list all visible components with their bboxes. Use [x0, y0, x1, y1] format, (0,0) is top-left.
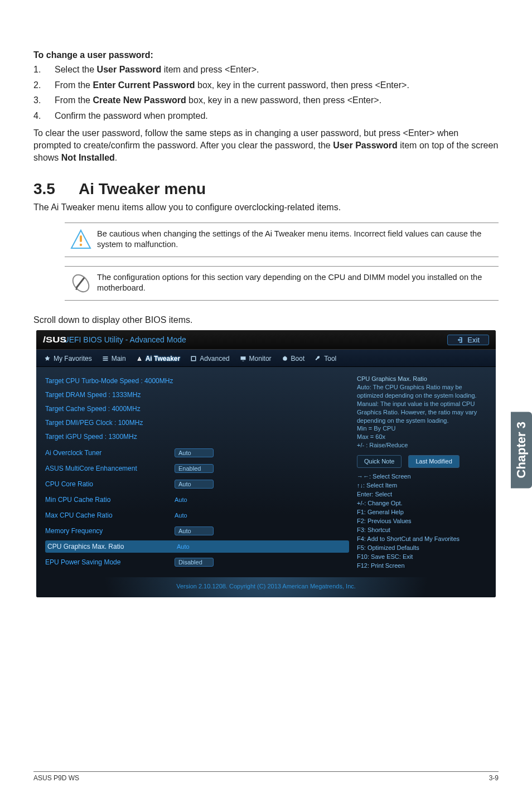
steps-list: 1.Select the User Password item and pres… — [33, 64, 499, 122]
hotkey-line: F1: General Help — [357, 508, 489, 516]
tab-my-favorites[interactable]: My Favorites — [43, 353, 93, 364]
help-title: CPU Graphics Max. Ratio — [357, 375, 489, 383]
step-number: 2. — [33, 79, 55, 91]
footer-left: ASUS P9D WS — [33, 774, 79, 782]
setting-row[interactable]: Min CPU Cache RatioAuto — [45, 494, 349, 506]
tab-label: Ai Tweaker — [146, 355, 180, 363]
setting-value[interactable]: Auto — [175, 496, 187, 503]
setting-label: Ai Overclock Tuner — [45, 449, 175, 457]
svg-rect-4 — [284, 356, 286, 359]
exit-button[interactable]: Exit — [447, 335, 489, 345]
hotkey-line: Enter: Select — [357, 490, 489, 499]
tab-label: Boot — [291, 355, 305, 363]
setting-value[interactable]: Auto — [175, 512, 187, 519]
step-text: From the Enter Current Password box, key… — [55, 79, 499, 91]
target-line: Target Cache Speed : 4000MHz — [45, 405, 349, 413]
target-line: Target iGPU Speed : 1300MHz — [45, 433, 349, 441]
bios-right-panel: CPU Graphics Max. Ratio Auto: The CPU Gr… — [355, 367, 496, 577]
config-note: The configuration options for this secti… — [65, 266, 499, 301]
target-line: Target CPU Turbo-Mode Speed : 4000MHz — [45, 377, 349, 385]
step: 1.Select the User Password item and pres… — [33, 64, 499, 76]
setting-row[interactable]: Memory FrequencyAuto — [45, 525, 349, 537]
hotkey-line: +/-: Change Opt. — [357, 499, 489, 508]
setting-value[interactable]: Auto — [175, 480, 214, 489]
config-note-text: The configuration options for this secti… — [97, 272, 499, 294]
tab-main[interactable]: Main — [101, 353, 127, 364]
step-text: From the Create New Password box, key in… — [55, 94, 499, 107]
bios-brand: /SUS — [43, 335, 66, 344]
step: 3.From the Create New Password box, key … — [33, 94, 499, 107]
hotkey-line: F2: Previous Values — [357, 517, 489, 525]
exit-label: Exit — [467, 336, 480, 344]
caution-note: Be cautious when changing the settings o… — [65, 223, 499, 257]
step: 2.From the Enter Current Password box, k… — [33, 79, 499, 91]
tab-icon — [190, 355, 197, 362]
caution-icon — [70, 229, 92, 251]
bios-title-rest: UEFI BIOS Utility - Advanced Mode — [61, 335, 186, 344]
step: 4.Confirm the password when prompted. — [33, 110, 499, 122]
quick-note-button[interactable]: Quick Note — [357, 455, 402, 468]
setting-value[interactable]: Enabled — [175, 464, 214, 473]
step-number: 1. — [33, 64, 55, 76]
exit-icon — [457, 336, 464, 344]
chapter-side-tab: Chapter 3 — [511, 412, 532, 488]
setting-row[interactable]: Ai Overclock TunerAuto — [45, 447, 349, 459]
setting-row[interactable]: Max CPU Cache RatioAuto — [45, 509, 349, 521]
tab-label: Main — [112, 355, 126, 363]
setting-label: ASUS MultiCore Enhancement — [45, 465, 175, 472]
tab-ai-tweaker[interactable]: Ai Tweaker — [135, 353, 181, 364]
setting-row[interactable]: EPU Power Saving ModeDisabled — [45, 556, 349, 568]
setting-label: CPU Core Ratio — [45, 480, 175, 488]
tab-label: Advanced — [200, 355, 229, 363]
setting-value[interactable]: Auto — [175, 448, 214, 457]
tab-tool[interactable]: Tool — [313, 353, 337, 364]
setting-value[interactable]: Disabled — [175, 558, 214, 567]
note-icon — [70, 272, 92, 294]
bios-screenshot: /SUS UEFI BIOS Utility - Advanced Mode E… — [36, 330, 496, 597]
bios-tabs: My FavoritesMainAi TweakerAdvancedMonito… — [36, 350, 496, 367]
setting-label: CPU Graphics Max. Ratio — [45, 543, 177, 550]
hotkey-line: →←: Select Screen — [357, 472, 489, 481]
setting-label: Min CPU Cache Ratio — [45, 496, 175, 504]
hotkey-line: F4: Add to ShortCut and My Favorites — [357, 535, 489, 543]
setting-value[interactable]: Auto — [177, 543, 190, 550]
setting-row[interactable]: ASUS MultiCore EnhancementEnabled — [45, 462, 349, 475]
hotkey-line: F3: Shortcut — [357, 526, 489, 534]
bios-title: /SUS UEFI BIOS Utility - Advanced Mode — [43, 335, 186, 344]
scroll-down-paragraph: Scroll down to display other BIOS items. — [33, 314, 499, 326]
tab-label: Monitor — [249, 355, 272, 363]
setting-row[interactable]: CPU Graphics Max. RatioAuto — [45, 540, 349, 553]
svg-point-1 — [80, 244, 82, 246]
section-title: Ai Tweaker menu — [79, 180, 206, 198]
tab-advanced[interactable]: Advanced — [189, 353, 230, 364]
target-line: Target DMI/PEG Clock : 100MHz — [45, 419, 349, 427]
footer-right: 3-9 — [489, 774, 499, 782]
caution-text: Be cautious when changing the settings o… — [97, 229, 499, 250]
target-line: Target DRAM Speed : 1333MHz — [45, 391, 349, 399]
page-footer: ASUS P9D WS 3-9 — [33, 771, 499, 782]
change-password-heading: To change a user password: — [33, 50, 499, 60]
tab-label: Tool — [324, 355, 336, 363]
last-modified-button[interactable]: Last Modified — [408, 455, 459, 468]
help-body: Auto: The CPU Graphics Ratio may be opti… — [357, 383, 489, 450]
tab-icon — [282, 355, 288, 362]
tab-label: My Favorites — [54, 355, 92, 363]
bios-left-panel: Target CPU Turbo-Mode Speed : 4000MHzTar… — [36, 367, 355, 577]
tab-icon — [136, 355, 143, 362]
tab-icon — [44, 355, 51, 362]
hotkey-line: F5: Optimized Defaults — [357, 544, 489, 552]
section-intro: The Ai Tweaker menu items allow you to c… — [33, 201, 499, 214]
bios-footer: Version 2.10.1208. Copyright (C) 2013 Am… — [36, 577, 496, 597]
setting-value[interactable]: Auto — [175, 526, 214, 535]
tab-monitor[interactable]: Monitor — [239, 353, 273, 364]
setting-label: Memory Frequency — [45, 527, 175, 535]
tab-boot[interactable]: Boot — [280, 353, 306, 364]
setting-row[interactable]: CPU Core RatioAuto — [45, 478, 349, 490]
svg-rect-0 — [80, 235, 82, 242]
tab-icon — [315, 355, 321, 362]
section-heading: 3.5 Ai Tweaker menu — [33, 180, 499, 198]
step-number: 3. — [33, 94, 55, 107]
setting-label: EPU Power Saving Mode — [45, 558, 175, 566]
setting-label: Max CPU Cache Ratio — [45, 511, 175, 519]
clear-password-paragraph: To clear the user password, follow the s… — [33, 127, 499, 163]
